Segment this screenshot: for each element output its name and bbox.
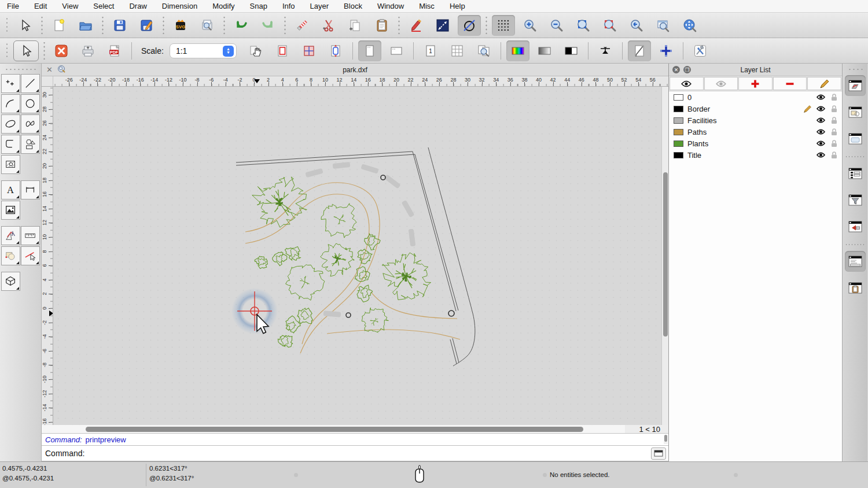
menu-window[interactable]: Window [377,2,404,10]
layer-row-title[interactable]: Title [669,149,842,161]
draft-mode-icon[interactable] [628,40,651,61]
dock-toggle-block-list[interactable] [845,102,866,123]
layer-visibility-icon[interactable] [816,152,825,158]
save-as-icon[interactable] [135,15,158,36]
tool-select-tool[interactable] [21,246,40,265]
layer-lock-icon[interactable] [829,140,838,147]
tool-shapes[interactable] [21,135,40,154]
new-file-icon[interactable] [47,15,71,36]
menu-help[interactable]: Help [450,2,465,10]
fit-page-icon[interactable] [324,40,347,61]
palette-drag-handle[interactable] [5,67,36,72]
dock-toggle-selection-filter[interactable] [845,190,866,210]
multi-page-icon[interactable] [446,40,469,61]
edit-layer-button[interactable] [807,77,841,90]
layer-row-0[interactable]: 0 [669,91,842,103]
panel-close-icon[interactable]: ✕ [672,66,680,73]
dock-toggle-library-browser[interactable] [845,163,866,184]
menu-snap[interactable]: Snap [250,2,267,10]
vertical-scrollbar-thumb[interactable] [663,172,668,337]
color-gray-icon[interactable] [533,40,556,61]
layer-color-swatch[interactable] [674,117,683,124]
tool-draw-tools[interactable] [1,226,20,245]
menu-file[interactable]: File [7,2,19,10]
tool-points[interactable] [1,74,20,93]
tool-measure[interactable] [21,226,40,245]
color-bw-icon[interactable] [560,40,583,61]
print-preview-icon[interactable] [196,15,219,36]
zoom-auto-icon[interactable] [572,15,595,36]
drawing-canvas[interactable] [53,87,661,425]
print-icon[interactable] [76,40,100,61]
dock-toggle-layer-list[interactable] [845,75,866,96]
menu-misc[interactable]: Misc [419,2,435,10]
layer-row-plants[interactable]: Plants [669,138,842,149]
dock-toggle-output-panel[interactable] [845,216,866,237]
dock-drag-handle[interactable] [848,67,863,72]
tool-circle[interactable] [21,94,40,113]
layer-color-swatch[interactable] [674,129,683,135]
layer-row-paths[interactable]: Paths [669,126,842,138]
layer-color-swatch[interactable] [674,106,683,112]
dock-toggle-command-line[interactable] [845,251,866,272]
layer-visibility-icon[interactable] [816,129,825,135]
layer-visibility-icon[interactable] [816,141,825,146]
tool-arc[interactable] [1,94,20,113]
circle-slash-icon[interactable] [458,15,481,36]
zoom-page-icon[interactable] [472,40,495,61]
menu-info[interactable]: Info [282,2,295,10]
layer-row-border[interactable]: Border [669,103,842,114]
dock-toggle-property-editor[interactable] [845,278,866,298]
tab-close-icon[interactable]: ✕ [46,65,53,74]
scale-dropdown[interactable]: 1:1 ▲▼ [170,43,237,58]
distance-line-icon[interactable] [431,15,454,36]
command-input[interactable] [88,448,648,459]
command-history-scrollbar[interactable] [664,435,668,444]
export-pdf-icon[interactable]: PDF [103,40,126,61]
command-options-button[interactable] [651,448,666,460]
menu-edit[interactable]: Edit [34,2,47,10]
cut-icon[interactable] [317,15,340,36]
menu-view[interactable]: View [62,2,78,10]
pointer-icon[interactable] [13,40,39,61]
layer-visibility-icon[interactable] [816,106,825,112]
layer-color-swatch[interactable] [674,141,683,147]
layer-lock-icon[interactable] [829,128,838,136]
layer-lock-icon[interactable] [829,151,838,159]
open-file-icon[interactable] [74,15,97,36]
horizontal-scrollbar-thumb[interactable] [86,427,583,432]
add-layer-button[interactable] [738,77,773,90]
menu-dimension[interactable]: Dimension [162,2,197,10]
remove-layer-button[interactable] [773,77,807,90]
lineweight-icon[interactable] [594,40,617,61]
export-svg-icon[interactable]: SVG [169,15,192,36]
redo-icon[interactable] [256,15,279,36]
paste-icon[interactable] [370,15,393,36]
paper-border-icon[interactable] [271,40,294,61]
undo-icon[interactable] [230,15,253,36]
tool-text[interactable]: A [1,180,20,199]
erase-icon[interactable] [290,15,314,36]
zoom-window-icon[interactable] [652,15,675,36]
menu-modify[interactable]: Modify [212,2,234,10]
tool-hatch[interactable] [1,155,20,174]
copy-icon[interactable] [344,15,367,36]
menu-block[interactable]: Block [344,2,362,10]
zoom-in-icon[interactable] [518,15,542,36]
layer-lock-icon[interactable] [829,117,838,124]
layer-color-swatch[interactable] [674,94,683,101]
tool-image[interactable] [1,201,20,220]
menu-select[interactable]: Select [93,2,114,10]
grid-toggle-icon[interactable] [492,15,515,36]
eye-off-button[interactable] [704,77,738,90]
zoom-previous-icon[interactable] [625,15,648,36]
vertical-scrollbar[interactable] [661,87,668,425]
tool-spline[interactable] [21,114,40,134]
pan-zoom-icon[interactable] [678,15,701,36]
layer-visibility-icon[interactable] [816,94,825,100]
pan-hand-icon[interactable] [244,40,267,61]
save-icon[interactable] [108,15,131,36]
zoom-selection-icon[interactable] [598,15,621,36]
toolbar-drag-handle[interactable] [5,42,9,60]
eye-on-button[interactable] [670,77,704,90]
